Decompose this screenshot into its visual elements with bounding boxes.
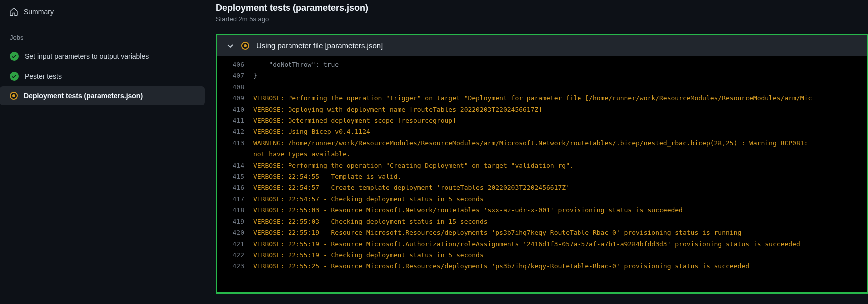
log-line: 419VERBOSE: 22:55:03 - Checking deployme…	[217, 216, 867, 227]
log-line: 407}	[217, 70, 867, 81]
line-text: VERBOSE: Performing the operation "Trigg…	[253, 93, 867, 104]
log-line: 406 "doNotThrow": true	[217, 59, 867, 70]
line-number	[217, 149, 253, 160]
line-text: VERBOSE: 22:54:55 - Template is valid.	[253, 171, 867, 182]
main-panel: Deployment tests (parameters.json) Start…	[205, 0, 868, 304]
job-label: Deployment tests (parameters.json)	[24, 92, 143, 100]
line-number: 411	[217, 115, 253, 126]
line-text: not have types available.	[253, 149, 867, 160]
line-text: VERBOSE: 22:55:19 - Resource Microsoft.A…	[253, 239, 867, 250]
check-circle-icon	[10, 52, 19, 61]
line-number: 419	[217, 216, 253, 227]
line-number: 409	[217, 93, 253, 104]
line-number: 416	[217, 182, 253, 193]
line-text: VERBOSE: 22:54:57 - Checking deployment …	[253, 194, 867, 205]
progress-icon	[241, 42, 249, 50]
log-line: 423VERBOSE: 22:55:25 - Resource Microsof…	[217, 261, 867, 272]
progress-icon	[10, 92, 18, 100]
sidebar: Summary Jobs Set input parameters to out…	[0, 0, 205, 304]
log-line: 421VERBOSE: 22:55:19 - Resource Microsof…	[217, 239, 867, 250]
line-text	[253, 82, 867, 93]
job-item[interactable]: Pester tests	[0, 66, 205, 86]
line-number: 422	[217, 250, 253, 261]
line-number: 423	[217, 261, 253, 272]
check-circle-icon	[10, 72, 19, 81]
log-line: 418VERBOSE: 22:55:03 - Resource Microsof…	[217, 205, 867, 216]
step-title: Using parameter file [parameters.json]	[256, 41, 383, 50]
log-line: 413WARNING: /home/runner/work/ResourceMo…	[217, 138, 867, 149]
log-line: 422VERBOSE: 22:55:19 - Checking deployme…	[217, 250, 867, 261]
line-text: VERBOSE: 22:55:19 - Resource Microsoft.R…	[253, 227, 867, 238]
log-line: 408	[217, 82, 867, 93]
line-number: 410	[217, 104, 253, 115]
line-text: VERBOSE: Deploying with deployment name …	[253, 104, 867, 115]
line-number: 412	[217, 126, 253, 137]
job-label: Set input parameters to output variables	[25, 52, 149, 60]
log-panel: Using parameter file [parameters.json] 4…	[216, 34, 868, 294]
line-text: VERBOSE: Determined deployment scope [re…	[253, 115, 867, 126]
log-line: 420VERBOSE: 22:55:19 - Resource Microsof…	[217, 227, 867, 238]
line-number: 414	[217, 160, 253, 171]
page-subtitle: Started 2m 5s ago	[216, 15, 868, 23]
line-number: 418	[217, 205, 253, 216]
log-line: 412VERBOSE: Using Bicep v0.4.1124	[217, 126, 867, 137]
log-line: 411VERBOSE: Determined deployment scope …	[217, 115, 867, 126]
line-number: 408	[217, 82, 253, 93]
line-text: VERBOSE: 22:55:03 - Checking deployment …	[253, 216, 867, 227]
log-line: 409VERBOSE: Performing the operation "Tr…	[217, 93, 867, 104]
log-line: 415VERBOSE: 22:54:55 - Template is valid…	[217, 171, 867, 182]
line-text: VERBOSE: 22:55:03 - Resource Microsoft.N…	[253, 205, 867, 216]
chevron-down-icon	[226, 42, 234, 50]
line-text: VERBOSE: 22:54:57 - Create template depl…	[253, 182, 867, 193]
line-text: VERBOSE: 22:55:19 - Checking deployment …	[253, 250, 867, 261]
line-text: }	[253, 70, 867, 81]
line-text: WARNING: /home/runner/work/ResourceModul…	[253, 138, 867, 149]
line-text: VERBOSE: Using Bicep v0.4.1124	[253, 126, 867, 137]
page-title: Deployment tests (parameters.json)	[216, 3, 868, 13]
log-line: 410VERBOSE: Deploying with deployment na…	[217, 104, 867, 115]
line-number: 415	[217, 171, 253, 182]
line-number: 413	[217, 138, 253, 149]
log-line: 417VERBOSE: 22:54:57 - Checking deployme…	[217, 194, 867, 205]
line-text: VERBOSE: 22:55:25 - Resource Microsoft.R…	[253, 261, 867, 272]
line-text: "doNotThrow": true	[253, 59, 867, 70]
line-number: 421	[217, 239, 253, 250]
job-item[interactable]: Deployment tests (parameters.json)	[0, 86, 205, 105]
summary-link[interactable]: Summary	[0, 4, 205, 20]
line-number: 420	[217, 227, 253, 238]
line-number: 407	[217, 70, 253, 81]
job-item[interactable]: Set input parameters to output variables	[0, 46, 205, 66]
log-body[interactable]: 406 "doNotThrow": true407}408409VERBOSE:…	[217, 56, 867, 275]
job-label: Pester tests	[25, 72, 62, 80]
line-number: 417	[217, 194, 253, 205]
line-text: VERBOSE: Performing the operation "Creat…	[253, 160, 867, 171]
log-line: not have types available.	[217, 149, 867, 160]
step-header[interactable]: Using parameter file [parameters.json]	[217, 35, 867, 56]
jobs-heading: Jobs	[0, 20, 205, 46]
summary-label: Summary	[24, 8, 54, 16]
log-line: 414VERBOSE: Performing the operation "Cr…	[217, 160, 867, 171]
line-number: 406	[217, 59, 253, 70]
home-icon	[10, 8, 18, 16]
log-line: 416VERBOSE: 22:54:57 - Create template d…	[217, 182, 867, 193]
